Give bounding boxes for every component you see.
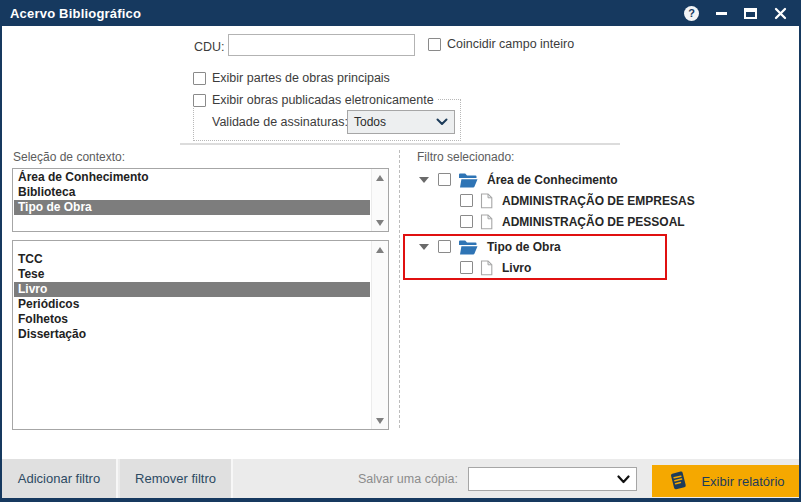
maximize-icon[interactable] [744, 8, 757, 19]
context-type-listbox[interactable]: Área de ConhecimentoBibliotecaTipo de Ob… [12, 168, 389, 232]
scroll-up-icon[interactable] [372, 243, 388, 257]
list-item[interactable]: Tipo de Obra [14, 200, 370, 215]
save-copy-select[interactable] [468, 467, 637, 491]
listbox-items: Área de ConhecimentoBibliotecaTipo de Ob… [14, 170, 370, 230]
document-icon [480, 260, 493, 276]
help-icon[interactable]: ? [684, 6, 699, 21]
list-item[interactable]: Área de Conhecimento [14, 170, 370, 185]
footer-bar: Adicionar filtro Remover filtro Salvar u… [2, 459, 799, 498]
selected-filter-label: Filtro selecionado: [417, 150, 514, 164]
document-icon [480, 193, 493, 209]
list-item[interactable]: Folhetos [14, 312, 370, 327]
tree-leaf[interactable]: ADMINISTRAÇÃO DE EMPRESAS [405, 190, 665, 211]
list-item[interactable]: Biblioteca [14, 185, 370, 200]
show-electronic-option: Exibir obras publicadas eletronicamente [193, 93, 437, 107]
tree-group: Área de ConhecimentoADMINISTRAÇÃO DE EMP… [403, 167, 667, 234]
title-bar: Acervo Bibliográfico ? [0, 0, 801, 26]
selected-filter-tree: Área de ConhecimentoADMINISTRAÇÃO DE EMP… [403, 167, 667, 280]
match-whole-label: Coincidir campo inteiro [447, 37, 574, 51]
folder-icon [458, 172, 478, 188]
show-report-label: Exibir relatório [701, 474, 784, 489]
show-parts-label: Exibir partes de obras principais [212, 71, 390, 85]
scroll-down-icon[interactable] [372, 413, 388, 427]
list-item[interactable]: Dissertação [14, 327, 370, 342]
add-filter-button[interactable]: Adicionar filtro [2, 459, 118, 498]
tree-group-highlighted: Tipo de ObraLivro [403, 234, 667, 280]
show-parts-checkbox[interactable] [193, 72, 206, 85]
tree-leaf-checkbox[interactable] [460, 261, 473, 274]
report-icon [666, 470, 690, 492]
show-electronic-checkbox[interactable] [193, 94, 206, 107]
tree-leaf-checkbox[interactable] [460, 215, 473, 228]
show-report-button[interactable]: Exibir relatório [652, 465, 799, 497]
collapse-arrow-icon[interactable] [418, 172, 430, 188]
list-item[interactable]: TCC [14, 252, 370, 267]
cdu-label: CDU: [194, 40, 225, 54]
list-item[interactable]: Periódicos [14, 297, 370, 312]
tree-node[interactable]: Área de Conhecimento [405, 169, 665, 190]
document-icon [480, 214, 493, 230]
listbox-items: TCCTeseLivroPeriódicosFolhetosDissertaçã… [14, 252, 370, 428]
show-electronic-label: Exibir obras publicadas eletronicamente [212, 93, 434, 107]
chevron-down-icon [617, 475, 630, 484]
tree-leaf-label: ADMINISTRAÇÃO DE EMPRESAS [502, 194, 695, 208]
list-item[interactable]: Tese [14, 267, 370, 282]
match-whole-checkbox[interactable] [428, 38, 441, 51]
scrollbar[interactable] [371, 169, 388, 231]
save-copy-label: Salvar uma cópia: [358, 459, 458, 498]
horizontal-separator [180, 143, 620, 145]
window-title: Acervo Bibliográfico [10, 6, 141, 21]
tree-leaf[interactable]: Livro [405, 257, 665, 278]
show-parts-option: Exibir partes de obras principais [193, 71, 390, 85]
minimize-icon[interactable] [716, 12, 727, 15]
context-values-listbox[interactable]: TCCTeseLivroPeriódicosFolhetosDissertaçã… [12, 240, 389, 430]
match-whole-field-option: Coincidir campo inteiro [428, 37, 574, 51]
cdu-input[interactable] [228, 34, 415, 56]
tree-node-checkbox[interactable] [438, 173, 451, 186]
tree-node-label: Área de Conhecimento [487, 173, 618, 187]
scroll-up-icon[interactable] [372, 171, 388, 185]
tree-leaf-checkbox[interactable] [460, 194, 473, 207]
close-icon[interactable] [774, 7, 787, 20]
tree-leaf[interactable]: ADMINISTRAÇÃO DE PESSOAL [405, 211, 665, 232]
remove-filter-button[interactable]: Remover filtro [120, 459, 233, 498]
tree-node[interactable]: Tipo de Obra [405, 236, 665, 257]
scrollbar[interactable] [371, 241, 388, 429]
tree-node-label: Tipo de Obra [487, 240, 561, 254]
panel-divider [399, 150, 400, 428]
tree-leaf-label: Livro [502, 261, 531, 275]
scroll-down-icon[interactable] [372, 215, 388, 229]
context-selection-label: Seleção de contexto: [13, 150, 125, 164]
window-controls: ? [684, 6, 791, 21]
list-item[interactable]: Livro [14, 282, 370, 297]
tree-node-checkbox[interactable] [438, 240, 451, 253]
folder-icon [458, 239, 478, 255]
collapse-arrow-icon[interactable] [418, 239, 430, 255]
tree-leaf-label: ADMINISTRAÇÃO DE PESSOAL [502, 215, 685, 229]
